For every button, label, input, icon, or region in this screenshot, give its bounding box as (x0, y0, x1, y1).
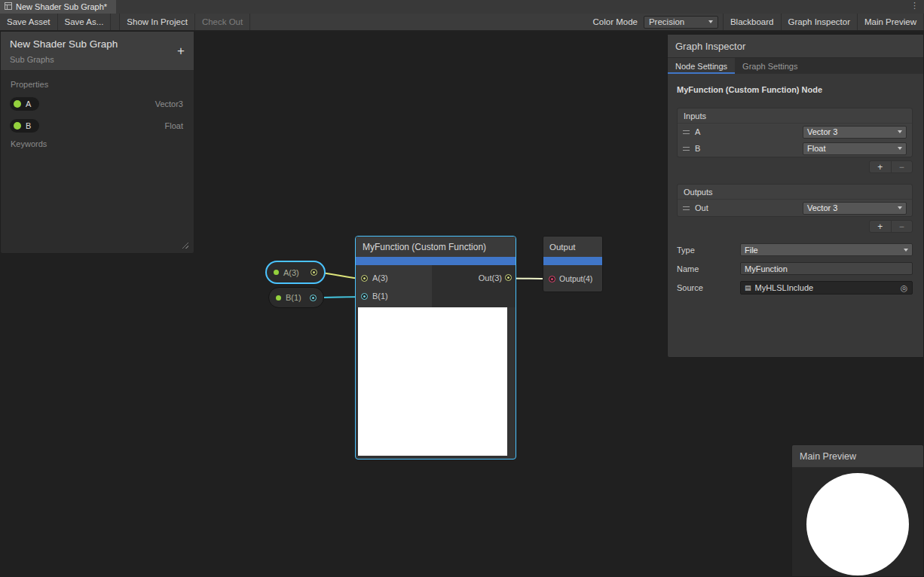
color-mode-dropdown-value: Precision (649, 17, 684, 26)
node-title: MyFunction (Custom Function) (363, 242, 486, 252)
blackboard-body: Properties A Vector3 B Float Keywords (1, 71, 194, 152)
graph-inspector-title: Graph Inspector (675, 41, 745, 52)
main-preview-header[interactable]: Main Preview (792, 445, 923, 468)
graph-inspector-toggle-button[interactable]: Graph Inspector (781, 14, 857, 30)
add-output-button[interactable]: + (870, 221, 891, 232)
property-node-a[interactable]: A(3) (265, 261, 326, 284)
input-port-row: A(3) (356, 269, 432, 287)
input-row[interactable]: A Vector 3 (678, 124, 912, 140)
inputs-add-remove-toolbar: + − (869, 160, 913, 173)
add-input-button[interactable]: + (870, 161, 891, 172)
name-field-row: Name MyFunction (677, 262, 913, 275)
preview-sphere (806, 473, 909, 575)
property-color-dot (276, 295, 281, 301)
main-preview-body[interactable] (792, 468, 923, 577)
property-row[interactable]: A Vector3 (1, 93, 194, 114)
input-type-value: Vector 3 (807, 127, 837, 136)
keywords-section-label: Keywords (1, 136, 194, 152)
source-label: Source (677, 283, 740, 292)
input-type-dropdown[interactable]: Vector 3 (803, 126, 907, 139)
type-label: Type (677, 246, 740, 255)
source-field-row: Source ▤ MyHLSLInclude ◎ (677, 281, 913, 295)
dropdown-arrow-icon (904, 249, 908, 252)
properties-section-label: Properties (1, 77, 194, 93)
main-preview-toggle-button[interactable]: Main Preview (857, 14, 924, 30)
input-row[interactable]: B Float (678, 140, 912, 157)
main-preview-panel: Main Preview (791, 444, 924, 577)
node-title-bar[interactable]: MyFunction (Custom Function) (356, 237, 516, 257)
property-node-b[interactable]: B(1) (268, 287, 324, 308)
function-name-input[interactable]: MyFunction (740, 262, 913, 275)
resize-handle[interactable] (181, 241, 188, 249)
output-port-icon[interactable] (310, 295, 317, 301)
node-accent-strip (356, 257, 516, 265)
source-value: MyHLSLInclude (755, 283, 814, 292)
node-port-area: A(3) B(1) Out(3) (356, 265, 516, 307)
save-as-button[interactable]: Save As... (58, 14, 112, 30)
input-port-icon[interactable] (361, 275, 368, 282)
node-preview-area (358, 307, 507, 456)
type-field-row: Type File (677, 243, 913, 256)
type-dropdown[interactable]: File (740, 243, 913, 256)
input-port-label: Output(4) (559, 274, 592, 283)
graph-canvas[interactable]: A(3) B(1) MyFunction (Custom Function) A… (0, 31, 924, 577)
graph-toolbar: Save Asset Save As... Show In Project Ch… (0, 14, 924, 31)
graph-inspector-header[interactable]: Graph Inspector (668, 35, 923, 58)
input-port-icon[interactable] (361, 293, 368, 300)
node-input-column: A(3) B(1) (356, 265, 432, 307)
blackboard-toggle-button[interactable]: Blackboard (723, 14, 781, 30)
tab-node-settings[interactable]: Node Settings (668, 58, 735, 74)
node-title-bar[interactable]: Output (543, 237, 602, 257)
custom-function-node[interactable]: MyFunction (Custom Function) A(3) B(1) (355, 236, 516, 459)
object-picker-icon[interactable]: ◎ (898, 283, 910, 293)
blackboard-header[interactable]: New Shader Sub Graph Sub Graphs + (1, 32, 194, 71)
output-port-icon[interactable] (311, 269, 317, 276)
dropdown-arrow-icon (708, 20, 713, 23)
drag-handle-icon[interactable] (683, 206, 690, 210)
show-in-project-button[interactable]: Show In Project (119, 14, 195, 30)
remove-output-button[interactable]: − (891, 221, 913, 232)
inspector-content: MyFunction (Custom Function) Node Inputs… (668, 74, 923, 357)
property-chip[interactable]: A (10, 97, 39, 111)
document-tab[interactable]: New Shader Sub Graph* (0, 0, 116, 14)
graph-inspector-panel: Graph Inspector Node Settings Graph Sett… (667, 34, 924, 358)
output-type-value: Vector 3 (807, 203, 837, 212)
toolbar-right-group: Color Mode Precision Blackboard Graph In… (587, 14, 924, 30)
output-row[interactable]: Out Vector 3 (678, 200, 912, 216)
output-port-icon[interactable] (505, 274, 512, 281)
tab-overflow-menu-icon[interactable]: ⋮ (910, 0, 924, 14)
window-tab-bar: New Shader Sub Graph* ⋮ (0, 0, 924, 14)
node-title: Output (549, 243, 576, 252)
input-type-value: Float (807, 144, 825, 153)
source-object-field[interactable]: ▤ MyHLSLInclude ◎ (740, 281, 913, 295)
input-port-icon[interactable] (549, 276, 555, 282)
input-port-row: B(1) (356, 287, 432, 305)
drag-handle-icon[interactable] (683, 130, 690, 134)
type-value: File (745, 246, 758, 255)
save-asset-button[interactable]: Save Asset (0, 14, 58, 30)
main-preview-title: Main Preview (800, 451, 856, 462)
drag-handle-icon[interactable] (683, 147, 690, 151)
property-chip[interactable]: B (10, 119, 39, 133)
name-label: Name (677, 264, 740, 273)
output-node[interactable]: Output Output(4) (543, 236, 603, 292)
dropdown-arrow-icon (898, 130, 902, 133)
property-node-label: A(3) (283, 268, 299, 277)
dropdown-arrow-icon (898, 206, 902, 209)
blackboard-subtitle: Sub Graphs (10, 55, 185, 64)
function-name-value: MyFunction (745, 264, 788, 273)
tab-graph-settings[interactable]: Graph Settings (735, 58, 805, 74)
node-port-area: Output(4) (543, 265, 602, 292)
output-type-dropdown[interactable]: Vector 3 (803, 202, 907, 215)
inspector-tab-bar: Node Settings Graph Settings (668, 58, 923, 74)
input-type-dropdown[interactable]: Float (803, 142, 907, 155)
property-color-dot (274, 270, 279, 275)
property-row[interactable]: B Float (1, 114, 194, 136)
node-output-column: Out(3) (432, 265, 516, 307)
outputs-list-title: Outputs (678, 185, 912, 200)
property-color-dot (14, 122, 21, 130)
remove-input-button[interactable]: − (891, 161, 913, 172)
property-name: B (26, 121, 31, 130)
add-property-button[interactable]: + (177, 44, 185, 57)
color-mode-dropdown[interactable]: Precision (644, 16, 718, 29)
